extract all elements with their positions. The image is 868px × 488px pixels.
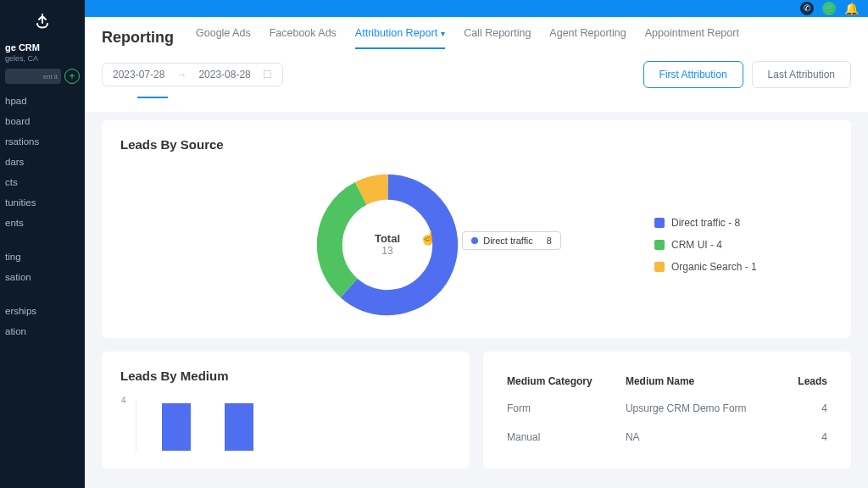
chevron-down-icon: ▾: [441, 29, 445, 38]
card-title: Leads By Source: [120, 137, 832, 152]
table-row[interactable]: ManualNA4: [502, 423, 832, 452]
tab-facebook-ads[interactable]: Facebook Ads: [270, 27, 337, 49]
sidebar: ge CRM geles, CA ent it + hpadboardrsati…: [0, 0, 85, 488]
tooltip-value: 8: [547, 236, 552, 246]
bar-form[interactable]: [162, 403, 191, 451]
tooltip-label: Direct traffic: [483, 236, 532, 246]
sidebar-item[interactable]: erships: [5, 306, 80, 316]
sidebar-item[interactable]: sation: [5, 272, 80, 282]
cell-category: Manual: [502, 423, 620, 452]
sidebar-item[interactable]: rsations: [5, 136, 80, 147]
controls-bar: 2023-07-28 → 2023-08-28 ☐ First Attribut…: [85, 49, 868, 97]
col-category: Medium Category: [502, 369, 620, 394]
sidebar-item[interactable]: ting: [5, 252, 80, 262]
tab-agent-reporting[interactable]: Agent Reporting: [549, 27, 626, 49]
org-selector[interactable]: ge CRM geles, CA: [5, 42, 80, 64]
bar-chart[interactable]: 4: [136, 400, 451, 451]
legend-swatch: [654, 262, 665, 272]
header: Reporting Google AdsFacebook AdsAttribut…: [85, 17, 868, 49]
add-button[interactable]: +: [64, 69, 80, 84]
sidebar-item[interactable]: tunities: [5, 197, 80, 208]
tab-appointment-report[interactable]: Appointment Report: [645, 27, 739, 49]
cursor-hand-icon: ☝: [420, 230, 437, 246]
sidebar-item[interactable]: ents: [5, 218, 80, 228]
sidebar-search[interactable]: ent it: [5, 69, 61, 84]
legend-label: Organic Search - 1: [671, 261, 757, 273]
y-axis-tick: 4: [121, 396, 126, 405]
medium-table: Medium Category Medium Name Leads FormUp…: [502, 369, 832, 452]
sidebar-item[interactable]: cts: [5, 177, 80, 187]
legend-swatch: [654, 240, 665, 250]
bar-manual[interactable]: [225, 403, 253, 451]
legend-item[interactable]: Organic Search - 1: [654, 261, 832, 273]
sidebar-item[interactable]: dars: [5, 157, 80, 167]
page-title: Reporting: [102, 29, 174, 47]
sidebar-item[interactable]: ation: [5, 326, 80, 336]
donut-center-label: Total: [375, 232, 400, 245]
date-range-picker[interactable]: 2023-07-28 → 2023-08-28 ☐: [102, 63, 283, 86]
col-name: Medium Name: [620, 369, 783, 394]
date-from: 2023-07-28: [113, 69, 164, 80]
cell-leads: 4: [783, 394, 832, 423]
org-location: geles, CA: [5, 54, 80, 64]
org-name: ge CRM: [5, 42, 80, 54]
sidebar-item[interactable]: hpad: [5, 96, 80, 106]
cell-category: Form: [502, 394, 620, 423]
sidebar-item[interactable]: board: [5, 116, 80, 126]
last-attribution-button[interactable]: Last Attribution: [752, 61, 851, 88]
cart-icon[interactable]: 🛒: [822, 2, 836, 15]
table-row[interactable]: FormUpsurge CRM Demo Form4: [502, 394, 832, 423]
legend-label: CRM UI - 4: [671, 239, 722, 251]
medium-table-card: Medium Category Medium Name Leads FormUp…: [483, 352, 851, 469]
legend-label: Direct traffic - 8: [671, 217, 740, 229]
legend-item[interactable]: Direct traffic - 8: [654, 217, 832, 229]
leads-by-medium-card: Leads By Medium 4: [102, 352, 470, 469]
date-to: 2023-08-28: [198, 69, 250, 80]
topbar: ✆ 🛒 🔔: [85, 0, 868, 17]
donut-chart[interactable]: Total 13: [311, 169, 464, 321]
tab-call-reporting[interactable]: Call Reporting: [464, 27, 531, 49]
arrow-right-icon: →: [176, 69, 186, 80]
legend-item[interactable]: CRM UI - 4: [654, 239, 832, 251]
report-tabs: Google AdsFacebook AdsAttribution Report…: [196, 27, 739, 49]
tab-attribution-report[interactable]: Attribution Report▾: [355, 27, 445, 49]
col-leads: Leads: [783, 369, 832, 394]
cell-leads: 4: [783, 423, 832, 452]
first-attribution-button[interactable]: First Attribution: [643, 61, 743, 88]
subtab-indicator: [85, 97, 868, 112]
calendar-icon: ☐: [263, 69, 272, 80]
app-logo: [5, 8, 80, 36]
donut-center-value: 13: [381, 245, 392, 257]
legend-swatch: [654, 218, 665, 228]
cell-name: Upsurge CRM Demo Form: [620, 394, 783, 423]
tab-google-ads[interactable]: Google Ads: [196, 27, 251, 49]
chart-tooltip: Direct traffic 8: [462, 231, 561, 250]
main-area: ✆ 🛒 🔔 Reporting Google AdsFacebook AdsAt…: [85, 0, 868, 488]
bell-icon[interactable]: 🔔: [844, 2, 858, 15]
phone-icon[interactable]: ✆: [800, 2, 814, 15]
chart-legend: Direct traffic - 8CRM UI - 4Organic Sear…: [654, 217, 832, 273]
cell-name: NA: [620, 423, 783, 452]
tooltip-swatch: [471, 237, 478, 244]
leads-by-source-card: Leads By Source Total 13 ☝: [102, 120, 851, 338]
card-title: Leads By Medium: [120, 369, 451, 383]
